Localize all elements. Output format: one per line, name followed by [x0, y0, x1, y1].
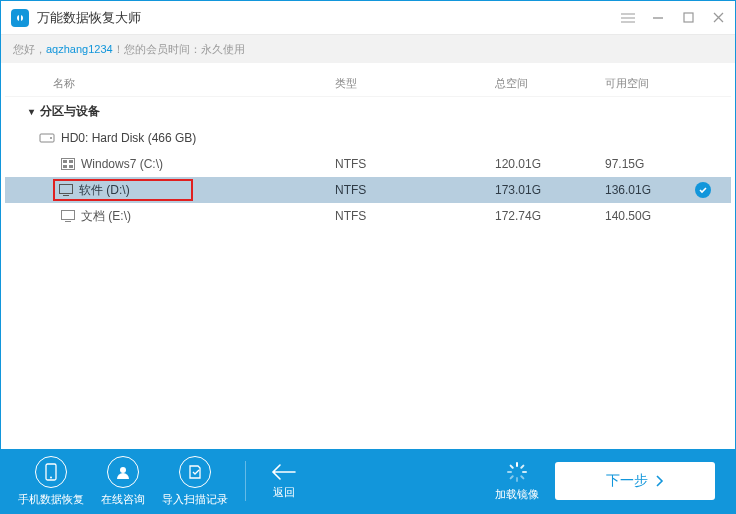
- partition-free: 136.01G: [605, 183, 695, 197]
- maximize-button[interactable]: [681, 11, 695, 25]
- svg-rect-9: [62, 211, 75, 220]
- highlight-box: 软件 (D:\): [53, 179, 193, 201]
- partition-type: NTFS: [335, 209, 495, 223]
- greeting-bar: 您好， aqzhang1234 ！您的会员时间：永久使用: [1, 35, 735, 63]
- phone-icon: [35, 456, 67, 488]
- phone-recovery-label: 手机数据恢复: [18, 492, 84, 507]
- section-label: 分区与设备: [40, 103, 100, 120]
- partition-total: 172.74G: [495, 209, 605, 223]
- phone-recovery-button[interactable]: 手机数据恢复: [15, 456, 87, 507]
- online-consult-button[interactable]: 在线咨询: [87, 456, 159, 507]
- greeting-hello: 您好，: [13, 42, 46, 57]
- partition-row-c[interactable]: Windows7 (C:\) NTFS 120.01G 97.15G: [5, 151, 731, 177]
- partition-row-d[interactable]: 软件 (D:\) NTFS 173.01G 136.01G: [5, 177, 731, 203]
- import-scan-label: 导入扫描记录: [162, 492, 228, 507]
- chevron-right-icon: [656, 475, 664, 487]
- col-free: 可用空间: [605, 76, 695, 91]
- title-bar: 万能数据恢复大师: [1, 1, 735, 35]
- disk-row[interactable]: HD0: Hard Disk (466 GB): [5, 125, 731, 151]
- loading-icon: [506, 461, 528, 483]
- svg-rect-0: [684, 13, 693, 22]
- svg-rect-6: [63, 165, 67, 168]
- next-label: 下一步: [606, 472, 648, 490]
- online-consult-label: 在线咨询: [101, 492, 145, 507]
- partition-free: 97.15G: [605, 157, 695, 171]
- partition-free: 140.50G: [605, 209, 695, 223]
- hard-disk-icon: [39, 131, 55, 145]
- drive-icon: [59, 184, 73, 196]
- menu-button[interactable]: [621, 11, 635, 25]
- section-partitions[interactable]: ▾ 分区与设备: [5, 97, 731, 125]
- import-scan-button[interactable]: 导入扫描记录: [159, 456, 231, 507]
- svg-point-2: [50, 137, 52, 139]
- import-icon: [179, 456, 211, 488]
- user-icon: [107, 456, 139, 488]
- partition-total: 173.01G: [495, 183, 605, 197]
- svg-rect-5: [69, 160, 73, 163]
- partition-type: NTFS: [335, 183, 495, 197]
- arrow-left-icon: [271, 463, 297, 481]
- load-image-button[interactable]: 加载镜像: [493, 461, 541, 502]
- partition-type: NTFS: [335, 157, 495, 171]
- back-button[interactable]: 返回: [260, 463, 308, 500]
- partition-row-e[interactable]: 文档 (E:\) NTFS 172.74G 140.50G: [5, 203, 731, 229]
- greeting-tail: ！您的会员时间：永久使用: [113, 42, 245, 57]
- svg-rect-4: [63, 160, 67, 163]
- footer-bar: 手机数据恢复 在线咨询 导入扫描记录 返回 加载镜像 下一步: [1, 449, 735, 513]
- disk-label: HD0: Hard Disk (466 GB): [61, 131, 196, 145]
- columns-header: 名称 类型 总空间 可用空间: [5, 71, 731, 97]
- os-drive-icon: [61, 158, 75, 170]
- close-button[interactable]: [711, 11, 725, 25]
- footer-separator: [245, 461, 246, 501]
- load-image-label: 加载镜像: [495, 487, 539, 502]
- svg-point-11: [50, 476, 52, 478]
- app-title: 万能数据恢复大师: [37, 9, 621, 27]
- expand-triangle-icon: ▾: [29, 106, 34, 117]
- svg-point-12: [120, 467, 126, 473]
- col-total: 总空间: [495, 76, 605, 91]
- partition-total: 120.01G: [495, 157, 605, 171]
- selected-check-icon: [695, 182, 711, 198]
- drive-icon: [61, 210, 75, 222]
- partition-name: Windows7 (C:\): [81, 157, 163, 171]
- col-type: 类型: [335, 76, 495, 91]
- next-button[interactable]: 下一步: [555, 462, 715, 500]
- greeting-username: aqzhang1234: [46, 43, 113, 55]
- partition-name: 文档 (E:\): [81, 208, 131, 225]
- minimize-button[interactable]: [651, 11, 665, 25]
- svg-rect-7: [69, 165, 73, 168]
- partition-name: 软件 (D:\): [79, 182, 130, 199]
- back-label: 返回: [273, 485, 295, 500]
- content-area: 名称 类型 总空间 可用空间 ▾ 分区与设备 HD0: Hard Disk (4…: [1, 63, 735, 449]
- col-name: 名称: [5, 76, 335, 91]
- svg-rect-8: [60, 185, 73, 194]
- app-logo-icon: [11, 9, 29, 27]
